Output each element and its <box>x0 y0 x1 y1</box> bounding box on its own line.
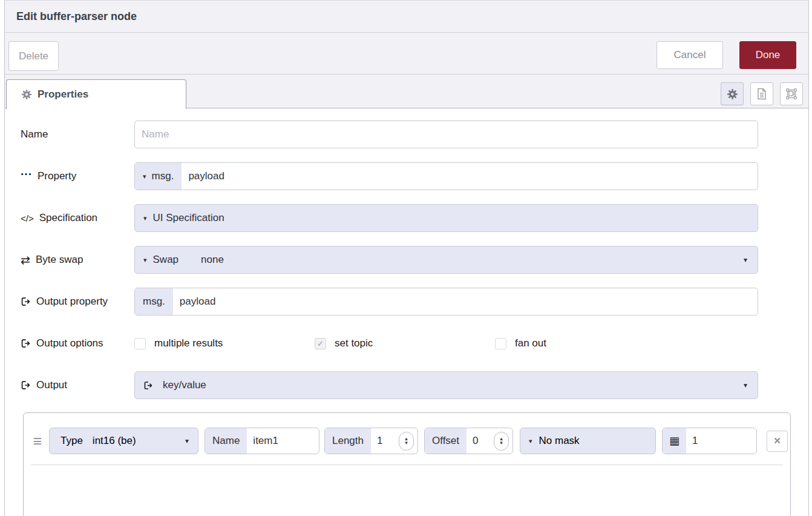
output-label: Output <box>5 379 134 391</box>
item-length-prefix: Length <box>325 428 371 454</box>
item-scale-field: ▦ <box>662 428 757 454</box>
caret-down-icon: ▾ <box>744 382 747 389</box>
delete-button[interactable]: Delete <box>8 41 59 71</box>
sign-out-icon <box>21 339 31 348</box>
specification-select[interactable]: ▾ UI Specification <box>134 204 758 232</box>
byte-swap-label: ⇄ Byte swap <box>5 253 134 267</box>
properties-tab-button[interactable] <box>721 82 744 105</box>
output-property-label: Output property <box>5 296 134 308</box>
name-label: Name <box>5 128 134 141</box>
items-container: ≡ Type int16 (be) ▾ Name Length ▴ ▾ <box>23 412 791 516</box>
tab-buttons <box>721 82 803 105</box>
length-spinner[interactable]: ▴ ▾ <box>399 432 414 451</box>
caret-down-icon: ▾ <box>185 437 189 445</box>
swap-arrows-icon: ⇄ <box>21 253 30 267</box>
sign-out-icon <box>21 297 31 306</box>
cancel-button[interactable]: Cancel <box>656 41 723 69</box>
output-options-label: Output options <box>5 337 134 349</box>
item-length-field: Length ▴ ▾ <box>324 428 418 454</box>
item-scale-input[interactable] <box>686 435 756 447</box>
checkbox-box[interactable] <box>134 338 146 349</box>
caret-down-icon: ▾ <box>143 257 147 263</box>
byte-swap-select[interactable]: ▾ Swap none ▾ <box>134 246 758 274</box>
tab-properties-label: Properties <box>38 88 88 101</box>
sign-out-icon <box>21 380 31 390</box>
output-select[interactable]: key/value ▾ <box>134 371 758 399</box>
form-row-output-property: Output property msg. <box>5 288 808 316</box>
form-row-property: ··· Property ▾ msg. <box>5 162 808 190</box>
checkbox-set-topic[interactable]: ✓ set topic <box>315 337 495 349</box>
item-type-select[interactable]: Type int16 (be) ▾ <box>49 428 198 454</box>
calculator-icon: ▦ <box>663 428 686 454</box>
check-icon: ✓ <box>317 339 324 348</box>
offset-spinner[interactable]: ▴ ▾ <box>494 432 509 451</box>
drag-handle-icon[interactable]: ≡ <box>31 432 44 450</box>
property-label: ··· Property <box>5 170 134 182</box>
appearance-icon <box>785 88 797 100</box>
button-bar: Delete Cancel Done <box>5 33 808 74</box>
item-name-prefix: Name <box>205 428 247 454</box>
checkbox-fan-out[interactable]: fan out <box>495 337 675 349</box>
form-row-byte-swap: ⇄ Byte swap ▾ Swap none ▾ <box>5 246 808 274</box>
item-offset-field: Offset ▴ ▾ <box>424 428 513 454</box>
spinner-down-icon[interactable]: ▾ <box>405 441 408 445</box>
edit-node-dialog: Edit buffer-parser node Delete Cancel Do… <box>4 0 809 516</box>
appearance-tab-button[interactable] <box>780 82 803 105</box>
caret-down-icon: ▾ <box>744 256 747 263</box>
item-offset-prefix: Offset <box>425 428 467 454</box>
msg-prefix: msg. <box>135 288 173 315</box>
done-button[interactable]: Done <box>739 41 796 69</box>
dialog-header: Edit buffer-parser node <box>5 1 808 33</box>
property-input[interactable] <box>182 163 758 190</box>
checkbox-multiple-results[interactable]: multiple results <box>134 337 315 349</box>
item-length-input[interactable] <box>371 435 399 447</box>
form-row-name: Name <box>5 121 808 148</box>
code-icon: </> <box>21 213 34 223</box>
gear-icon <box>727 89 738 99</box>
gear-icon <box>22 90 31 99</box>
item-row: ≡ Type int16 (be) ▾ Name Length ▴ ▾ <box>24 428 790 454</box>
property-field: ▾ msg. <box>134 162 758 190</box>
form-content: Name ··· Property ▾ msg. </> <box>5 108 808 516</box>
output-property-field: msg. <box>134 288 758 316</box>
item-mask-select[interactable]: ▾ No mask <box>520 428 656 454</box>
form-row-output-options: Output options multiple results ✓ set to… <box>5 329 808 357</box>
remove-item-button[interactable]: ✕ <box>767 431 788 452</box>
document-icon <box>756 88 767 100</box>
item-separator <box>31 465 783 465</box>
name-field <box>134 121 758 148</box>
checkbox-box[interactable] <box>495 338 506 349</box>
checkbox-box[interactable]: ✓ <box>315 338 326 349</box>
sign-out-icon <box>143 381 153 390</box>
item-name-input[interactable] <box>247 435 319 447</box>
property-type-button[interactable]: ▾ msg. <box>135 163 182 190</box>
item-name-field: Name <box>205 428 319 454</box>
specification-label: </> Specification <box>5 212 134 224</box>
name-input[interactable] <box>135 121 758 148</box>
description-tab-button[interactable] <box>750 82 773 105</box>
caret-down-icon: ▾ <box>143 173 146 180</box>
dialog-title: Edit buffer-parser node <box>16 10 137 23</box>
output-property-input[interactable] <box>173 288 758 315</box>
tab-properties[interactable]: Properties <box>6 79 186 109</box>
ellipsis-icon: ··· <box>21 171 32 177</box>
tab-bar: Properties <box>5 74 808 108</box>
spinner-down-icon[interactable]: ▾ <box>500 441 503 445</box>
caret-down-icon: ▾ <box>143 215 147 222</box>
form-row-specification: </> Specification ▾ UI Specification <box>5 204 808 232</box>
form-row-output: Output key/value ▾ <box>5 371 808 399</box>
caret-down-icon: ▾ <box>529 438 532 445</box>
item-offset-input[interactable] <box>467 435 494 447</box>
